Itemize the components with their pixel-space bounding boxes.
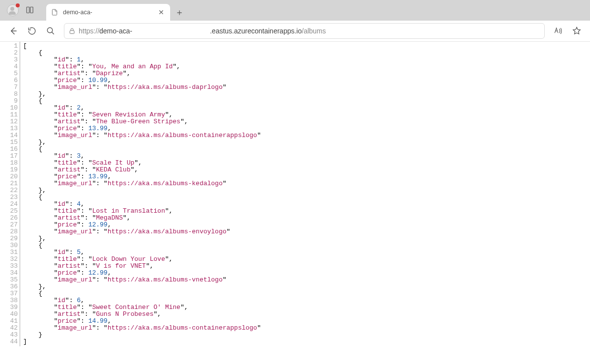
url-text: https:// demo-aca- .eastus.azurecontaine… bbox=[79, 27, 541, 35]
json-line: [ bbox=[23, 43, 261, 50]
line-number: 39 bbox=[5, 304, 18, 311]
line-number: 25 bbox=[5, 208, 18, 215]
json-line: "image_url": "https://aka.ms/albums-cont… bbox=[23, 132, 261, 139]
line-number: 35 bbox=[5, 277, 18, 283]
line-number: 34 bbox=[5, 270, 18, 277]
tab-close-button[interactable]: ✕ bbox=[157, 9, 165, 16]
svg-rect-3 bbox=[70, 30, 74, 33]
page-icon bbox=[51, 8, 58, 16]
json-line: { bbox=[23, 146, 261, 153]
line-number: 40 bbox=[5, 311, 18, 318]
json-line: "id": 3, bbox=[23, 153, 261, 160]
json-line: "title": "Lock Down Your Love", bbox=[23, 256, 261, 263]
line-number: 36 bbox=[5, 283, 18, 290]
line-number: 30 bbox=[5, 242, 18, 249]
json-line: { bbox=[23, 50, 261, 56]
url-host-rest: .eastus.azurecontainerapps.io bbox=[210, 27, 302, 35]
json-viewer: 1234567891011121314151617181920212223242… bbox=[0, 42, 590, 346]
json-line: "image_url": "https://aka.ms/albums-cont… bbox=[23, 325, 261, 332]
line-number: 10 bbox=[5, 105, 18, 112]
json-line: "price": 13.99, bbox=[23, 125, 261, 132]
workspaces-icon[interactable] bbox=[26, 6, 34, 15]
url-scheme: https:// bbox=[79, 27, 99, 35]
line-number: 31 bbox=[5, 249, 18, 256]
json-line: "artist": "Daprize", bbox=[23, 70, 261, 77]
tab-title: demo-aca- bbox=[63, 9, 152, 16]
titlebar-left bbox=[3, 0, 38, 21]
json-line: "price": 12.99, bbox=[23, 222, 261, 228]
line-number: 33 bbox=[5, 263, 18, 270]
page-content: 1234567891011121314151617181920212223242… bbox=[0, 42, 590, 364]
line-number: 44 bbox=[5, 338, 18, 345]
line-number: 6 bbox=[5, 77, 18, 84]
tab-active[interactable]: demo-aca- ✕ bbox=[46, 4, 170, 21]
line-number: 43 bbox=[5, 332, 18, 338]
json-line: }, bbox=[23, 91, 261, 98]
line-number: 42 bbox=[5, 325, 18, 332]
json-line: { bbox=[23, 290, 261, 297]
json-line: ] bbox=[23, 338, 261, 345]
back-button[interactable] bbox=[5, 23, 22, 39]
titlebar: demo-aca- ✕ ＋ bbox=[0, 0, 590, 21]
line-number: 1 bbox=[5, 43, 18, 50]
line-number: 2 bbox=[5, 50, 18, 56]
line-number: 4 bbox=[5, 63, 18, 70]
json-line: "id": 2, bbox=[23, 105, 261, 112]
line-number: 9 bbox=[5, 98, 18, 105]
line-number: 19 bbox=[5, 167, 18, 173]
read-aloud-button[interactable] bbox=[550, 23, 566, 39]
line-number: 41 bbox=[5, 318, 18, 325]
json-line: "artist": "KEDA Club", bbox=[23, 167, 261, 173]
json-line: } bbox=[23, 332, 261, 338]
svg-rect-1 bbox=[30, 7, 33, 13]
line-number: 12 bbox=[5, 118, 18, 125]
svg-rect-0 bbox=[27, 7, 29, 13]
site-info-icon[interactable] bbox=[68, 28, 76, 35]
new-tab-button[interactable]: ＋ bbox=[171, 4, 188, 21]
refresh-button[interactable] bbox=[24, 23, 40, 39]
line-number: 18 bbox=[5, 160, 18, 167]
json-line: }, bbox=[23, 187, 261, 194]
address-bar[interactable]: https:// demo-aca- .eastus.azurecontaine… bbox=[64, 23, 545, 39]
json-line: "image_url": "https://aka.ms/albums-keda… bbox=[23, 180, 261, 187]
line-number: 27 bbox=[5, 222, 18, 228]
svg-point-2 bbox=[47, 28, 53, 33]
json-line: { bbox=[23, 242, 261, 249]
json-line: "title": "Sweet Container O' Mine", bbox=[23, 304, 261, 311]
line-number: 11 bbox=[5, 112, 18, 118]
json-line: "image_url": "https://aka.ms/albums-envo… bbox=[23, 228, 261, 235]
json-line: "title": "Seven Revision Army", bbox=[23, 112, 261, 118]
notification-dot-icon bbox=[16, 3, 20, 7]
line-number: 20 bbox=[5, 173, 18, 180]
json-line: "title": "Scale It Up", bbox=[23, 160, 261, 167]
line-number: 14 bbox=[5, 132, 18, 139]
json-line: }, bbox=[23, 235, 261, 242]
line-number: 5 bbox=[5, 70, 18, 77]
json-line: }, bbox=[23, 139, 261, 146]
json-line: { bbox=[23, 194, 261, 201]
line-number: 28 bbox=[5, 228, 18, 235]
profile-avatar[interactable] bbox=[7, 4, 19, 16]
json-line: "artist": "V is for VNET", bbox=[23, 263, 261, 270]
line-number: 32 bbox=[5, 256, 18, 263]
favorite-button[interactable] bbox=[568, 23, 585, 39]
line-number: 13 bbox=[5, 125, 18, 132]
json-line: "id": 4, bbox=[23, 201, 261, 208]
json-lines: [ { "id": 1, "title": "You, Me and an Ap… bbox=[20, 42, 261, 346]
search-button[interactable] bbox=[42, 23, 59, 39]
json-line: "artist": "The Blue-Green Stripes", bbox=[23, 118, 261, 125]
line-number: 38 bbox=[5, 297, 18, 304]
json-line: "title": "You, Me and an App Id", bbox=[23, 63, 261, 70]
line-number-gutter: 1234567891011121314151617181920212223242… bbox=[0, 42, 20, 346]
json-line: "price": 12.99, bbox=[23, 270, 261, 277]
json-line: }, bbox=[23, 283, 261, 290]
line-number: 23 bbox=[5, 194, 18, 201]
line-number: 7 bbox=[5, 84, 18, 91]
line-number: 21 bbox=[5, 180, 18, 187]
json-line: "artist": "MegaDNS", bbox=[23, 215, 261, 222]
line-number: 3 bbox=[5, 56, 18, 63]
line-number: 8 bbox=[5, 91, 18, 98]
json-line: "price": 13.99, bbox=[23, 173, 261, 180]
url-host-start: demo-aca- bbox=[99, 27, 132, 35]
json-line: "title": "Lost in Translation", bbox=[23, 208, 261, 215]
